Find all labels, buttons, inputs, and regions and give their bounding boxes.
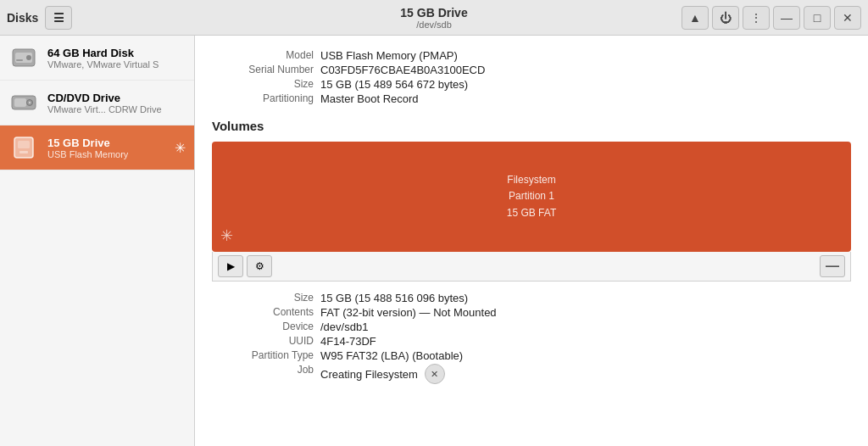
titlebar-right: ▲ ⏻ ⋮ — □ ✕	[675, 6, 861, 30]
sidebar-item-usb[interactable]: 15 GB Drive USB Flash Memory ✳	[0, 125, 194, 170]
job-row: Creating Filesystem ✕	[320, 364, 851, 384]
menu-button[interactable]: ☰	[45, 6, 72, 30]
svg-point-2	[26, 55, 31, 60]
job-cancel-icon: ✕	[431, 369, 438, 380]
job-cancel-button[interactable]: ✕	[425, 364, 445, 384]
cdrom-sub: VMware Virt... CDRW Drive	[47, 104, 162, 114]
volume-label-line1: Filesystem	[507, 172, 556, 188]
volume-snowflake-icon: ✳	[220, 226, 233, 245]
part-size-label: Size	[212, 292, 314, 304]
gear-icon: ⚙	[255, 260, 264, 272]
play-icon: ▶	[227, 260, 235, 272]
maximize-icon: □	[814, 11, 821, 25]
svg-rect-9	[18, 141, 30, 148]
volume-label-line3: 15 GB FAT	[507, 205, 556, 221]
cdrom-text: CD/DVD Drive VMware Virt... CDRW Drive	[47, 92, 162, 114]
size-value: 15 GB (15 489 564 672 bytes)	[320, 78, 851, 91]
contents-value: FAT (32-bit version) — Not Mounted	[320, 306, 851, 319]
cdrom-icon	[8, 87, 39, 118]
usb-text: 15 GB Drive USB Flash Memory	[47, 137, 128, 159]
svg-rect-10	[19, 151, 28, 153]
job-label: Job	[212, 364, 314, 384]
partition-type-value: W95 FAT32 (LBA) (Bootable)	[320, 349, 851, 362]
volume-label-line2: Partition 1	[507, 188, 556, 204]
partition-type-label: Partition Type	[212, 349, 314, 362]
play-button[interactable]: ▶	[218, 255, 243, 277]
volume-toolbar: ▶ ⚙ —	[212, 252, 851, 282]
svg-rect-5	[14, 98, 26, 107]
sidebar-item-cdrom[interactable]: CD/DVD Drive VMware Virt... CDRW Drive	[0, 81, 194, 125]
volume-label: Filesystem Partition 1 15 GB FAT	[507, 172, 556, 221]
more-button[interactable]: ⋮	[743, 6, 770, 30]
volume-visual: Filesystem Partition 1 15 GB FAT ✳	[212, 142, 851, 252]
close-button[interactable]: ✕	[834, 6, 861, 30]
job-text: Creating Filesystem	[320, 368, 418, 381]
uuid-value: 4F14-73DF	[320, 335, 851, 348]
window-subtitle: /dev/sdb	[416, 20, 452, 30]
contents-label: Contents	[212, 306, 314, 319]
titlebar-center: 15 GB Drive /dev/sdb	[193, 6, 675, 30]
hdd-icon	[8, 42, 39, 73]
content-area: Model USB Flash Memory (PMAP) Serial Num…	[195, 36, 868, 446]
window-title: 15 GB Drive	[400, 6, 467, 20]
menu-icon: ☰	[53, 11, 64, 25]
partitioning-value: Master Boot Record	[320, 92, 851, 105]
hdd-text: 64 GB Hard Disk VMware, VMware Virtual S	[47, 47, 159, 70]
remove-button[interactable]: —	[820, 255, 845, 277]
titlebar: Disks ☰ 15 GB Drive /dev/sdb ▲ ⏻ ⋮ — □ ✕	[0, 0, 868, 36]
usb-name: 15 GB Drive	[47, 137, 128, 149]
eject-button[interactable]: ▲	[682, 6, 709, 30]
partitioning-label: Partitioning	[212, 92, 314, 105]
size-label: Size	[212, 78, 314, 91]
svg-rect-3	[16, 59, 23, 61]
device-label: Device	[212, 321, 314, 333]
cdrom-name: CD/DVD Drive	[47, 92, 162, 104]
job-value: Creating Filesystem ✕	[320, 364, 851, 384]
power-icon: ⏻	[720, 11, 732, 25]
model-value: USB Flash Memory (PMAP)	[320, 49, 851, 62]
volumes-title: Volumes	[212, 119, 851, 133]
partition-info: Size 15 GB (15 488 516 096 bytes) Conten…	[212, 292, 851, 384]
sidebar: 64 GB Hard Disk VMware, VMware Virtual S…	[0, 36, 195, 446]
usb-icon	[8, 132, 39, 163]
model-label: Model	[212, 49, 314, 62]
minimize-icon: —	[781, 11, 793, 25]
minus-icon: —	[826, 259, 839, 274]
serial-value: C03FD5F76CBAE4B0A3100ECD	[320, 64, 851, 76]
sidebar-item-hdd[interactable]: 64 GB Hard Disk VMware, VMware Virtual S	[0, 36, 194, 81]
app-title: Disks	[7, 11, 38, 25]
eject-icon: ▲	[689, 11, 701, 25]
uuid-label: UUID	[212, 335, 314, 348]
part-size-value: 15 GB (15 488 516 096 bytes)	[320, 292, 851, 304]
minimize-button[interactable]: —	[773, 6, 800, 30]
snowflake-icon: ✳	[175, 140, 186, 156]
more-icon: ⋮	[750, 11, 762, 25]
drive-info: Model USB Flash Memory (PMAP) Serial Num…	[212, 49, 851, 105]
maximize-button[interactable]: □	[804, 6, 831, 30]
usb-sub: USB Flash Memory	[47, 149, 128, 159]
power-button[interactable]: ⏻	[712, 6, 739, 30]
titlebar-left: Disks ☰	[7, 6, 193, 30]
device-value: /dev/sdb1	[320, 321, 851, 333]
settings-button[interactable]: ⚙	[247, 255, 272, 277]
hdd-name: 64 GB Hard Disk	[47, 47, 159, 59]
main-layout: 64 GB Hard Disk VMware, VMware Virtual S…	[0, 36, 868, 446]
svg-point-7	[29, 102, 31, 103]
close-icon: ✕	[843, 11, 853, 25]
hdd-sub: VMware, VMware Virtual S	[47, 59, 159, 70]
serial-label: Serial Number	[212, 64, 314, 76]
